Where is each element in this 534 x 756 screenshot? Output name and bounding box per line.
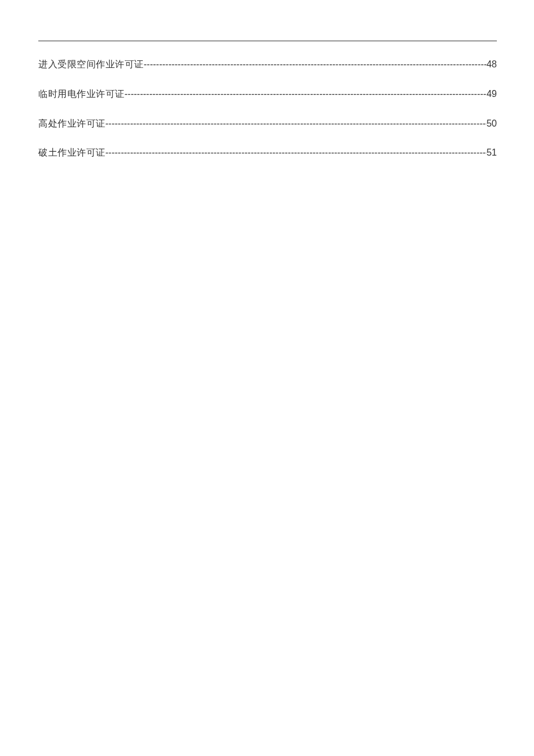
toc-entry-title: 进入受限空间作业许可证 <box>38 59 144 71</box>
toc-leader-dots <box>144 59 487 71</box>
toc-entry: 破土作业许可证 51 <box>38 147 497 159</box>
toc-entry-page: 49 <box>486 88 497 100</box>
toc-entry-page: 48 <box>486 59 497 71</box>
toc-entry: 进入受限空间作业许可证 48 <box>38 59 497 71</box>
toc-entry-title: 破土作业许可证 <box>38 147 106 159</box>
table-of-contents: 进入受限空间作业许可证 48 临时用电作业许可证 49 高处作业许可证 50 破… <box>38 59 497 159</box>
toc-entry-page: 51 <box>486 147 497 159</box>
toc-entry-title: 高处作业许可证 <box>38 118 106 130</box>
toc-entry: 临时用电作业许可证 49 <box>38 88 497 100</box>
toc-entry-page: 50 <box>486 118 497 130</box>
toc-leader-dots <box>125 88 487 100</box>
horizontal-rule <box>38 41 497 41</box>
toc-entry: 高处作业许可证 50 <box>38 118 497 130</box>
toc-leader-dots <box>106 118 487 130</box>
toc-entry-title: 临时用电作业许可证 <box>38 88 125 100</box>
toc-leader-dots <box>106 147 487 159</box>
